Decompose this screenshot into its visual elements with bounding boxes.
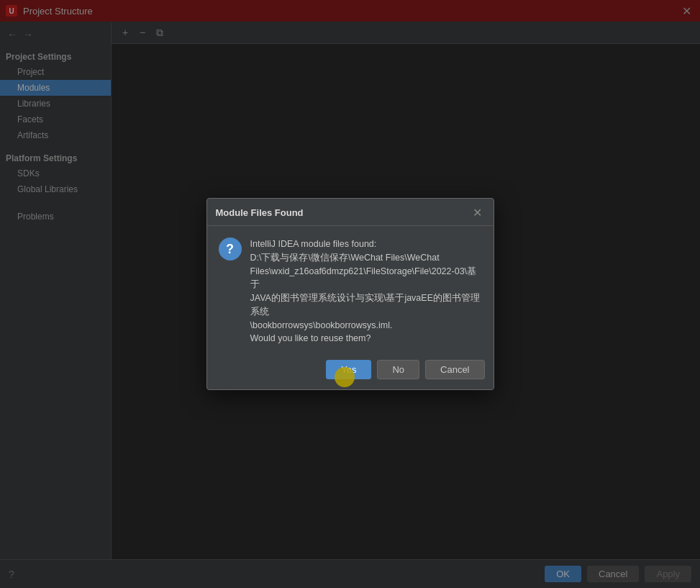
dialog-message-text: IntelliJ IDEA module files found:D:\下载与保…	[250, 239, 481, 343]
dialog-footer: Yes No Cancel	[207, 354, 494, 389]
dialog-cancel-button[interactable]: Cancel	[425, 360, 484, 379]
dialog: Module Files Found ✕ ? IntelliJ IDEA mod…	[206, 198, 494, 390]
dialog-body: ? IntelliJ IDEA module files found:D:\下载…	[207, 226, 494, 354]
dialog-yes-button[interactable]: Yes	[326, 360, 371, 379]
dialog-title: Module Files Found	[216, 207, 304, 218]
dialog-close-button[interactable]: ✕	[470, 206, 485, 220]
dialog-question-icon: ?	[219, 238, 242, 261]
modal-overlay: Module Files Found ✕ ? IntelliJ IDEA mod…	[0, 0, 700, 588]
dialog-no-button[interactable]: No	[377, 360, 419, 379]
question-mark: ?	[226, 242, 234, 257]
dialog-message: IntelliJ IDEA module files found:D:\下载与保…	[250, 238, 482, 345]
dialog-header: Module Files Found ✕	[207, 199, 494, 226]
